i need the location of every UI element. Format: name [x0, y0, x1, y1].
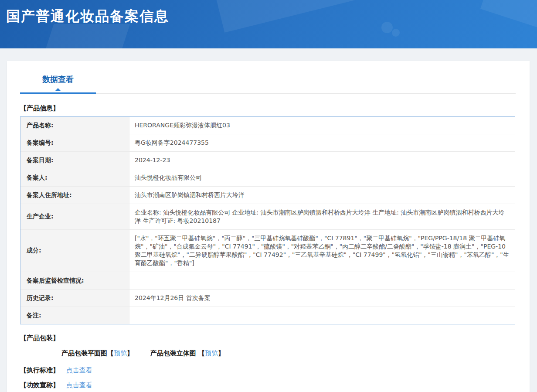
row-value: ["水"，"环五聚二甲基硅氧烷"，"丙二醇"，"三甲基硅烷氧基硅酸酯"，"CI … — [129, 230, 515, 272]
table-row: 备案人: 汕头悦橙化妆品有限公司 — [20, 169, 515, 187]
table-row: 历史记录: 2024年12月26日 首次备案 — [20, 290, 515, 307]
table-row: 备案编号: 粤G妆网备字2024477355 — [20, 134, 515, 152]
bracket-open: 【 — [107, 349, 114, 357]
row-value — [129, 307, 515, 324]
bracket-close: 】 — [218, 349, 224, 357]
row-label: 备案编号: — [20, 134, 129, 151]
row-label: 成分: — [20, 230, 129, 272]
banner-decoration — [44, 24, 130, 48]
row-value: 企业名称: 汕头悦橙化妆品有限公司 企业地址: 汕头市潮南区胪岗镇泗和村桥西片大… — [129, 204, 515, 229]
row-label: 历史记录: — [20, 290, 129, 307]
row-value — [129, 272, 515, 289]
row-label: 备案后监督检查情况: — [20, 272, 129, 289]
row-label: 产品名称: — [20, 117, 129, 134]
table-row: 产品名称: HERORANGE颊彩弥漫液体腮红03 — [20, 117, 515, 134]
packaging-flat-label: 产品包装平面图 — [61, 349, 107, 357]
content-card: 数据查看 【产品信息】 产品名称: HERORANGE颊彩弥漫液体腮红03 备案… — [7, 61, 530, 392]
table-row: 备案后监督检查情况: — [20, 272, 515, 290]
efficacy-view-link[interactable]: 点击查看 — [66, 381, 92, 389]
packaging-flat-preview-link[interactable]: 预览 — [114, 349, 127, 357]
packaging-3d-item: 产品包装立体图 【预览】 — [150, 349, 224, 358]
row-label: 备案人住所地址: — [20, 187, 129, 204]
row-value: 汕头市潮南区胪岗镇泗和村桥西片大坽洋 — [129, 187, 515, 204]
row-value: 2024年12月26日 首次备案 — [129, 290, 515, 307]
tab-data-view[interactable]: 数据查看 — [20, 74, 96, 94]
packaging-3d-label: 产品包装立体图 — [150, 349, 198, 357]
table-row: 备案人住所地址: 汕头市潮南区胪岗镇泗和村桥西片大坽洋 — [20, 187, 515, 204]
product-info-section-title: 【产品信息】 — [20, 104, 516, 112]
row-label: 备案日期: — [20, 152, 129, 169]
row-label: 备注: — [20, 307, 129, 324]
row-value: 汕头悦橙化妆品有限公司 — [129, 169, 515, 186]
table-row: 生产企业: 企业名称: 汕头悦橙化妆品有限公司 企业地址: 汕头市潮南区胪岗镇泗… — [20, 204, 515, 230]
page-header: 国产普通化妆品备案信息 — [0, 0, 537, 48]
packaging-flat-item: 产品包装平面图【预览】 — [61, 349, 133, 358]
table-row: 备案日期: 2024-12-23 — [20, 152, 515, 169]
table-row: 备注: — [20, 307, 515, 324]
packaging-3d-preview-link[interactable]: 预览 — [205, 349, 218, 357]
standards-row: 【执行标准】点击查看 — [20, 366, 516, 375]
bracket-open: 【 — [198, 349, 205, 357]
product-info-table: 产品名称: HERORANGE颊彩弥漫液体腮红03 备案编号: 粤G妆网备字20… — [20, 116, 515, 324]
standards-label: 【执行标准】 — [20, 366, 59, 375]
packaging-row: 产品包装平面图【预览】 产品包装立体图 【预览】 — [61, 349, 516, 358]
standards-view-link[interactable]: 点击查看 — [66, 366, 92, 374]
table-row: 成分: ["水"，"环五聚二甲基硅氧烷"，"丙二醇"，"三甲基硅烷氧基硅酸酯"，… — [20, 230, 515, 272]
tab-bar: 数据查看 — [20, 74, 516, 94]
efficacy-row: 【功效宣称】点击查看 — [20, 381, 516, 389]
row-label: 备案人: — [20, 169, 129, 186]
tab-data-view-label: 数据查看 — [42, 75, 74, 84]
efficacy-label: 【功效宣称】 — [20, 381, 59, 389]
row-value: 2024-12-23 — [129, 152, 515, 169]
tab-pointer-icon — [55, 88, 61, 91]
row-value: 粤G妆网备字2024477355 — [129, 134, 515, 151]
banner-decoration-circle — [392, 29, 400, 37]
bracket-close: 】 — [127, 349, 133, 357]
packaging-section-title: 【产品包装】 — [20, 334, 516, 342]
row-label: 生产企业: — [20, 204, 129, 229]
page-title: 国产普通化妆品备案信息 — [0, 0, 537, 26]
row-value: HERORANGE颊彩弥漫液体腮红03 — [129, 117, 515, 134]
